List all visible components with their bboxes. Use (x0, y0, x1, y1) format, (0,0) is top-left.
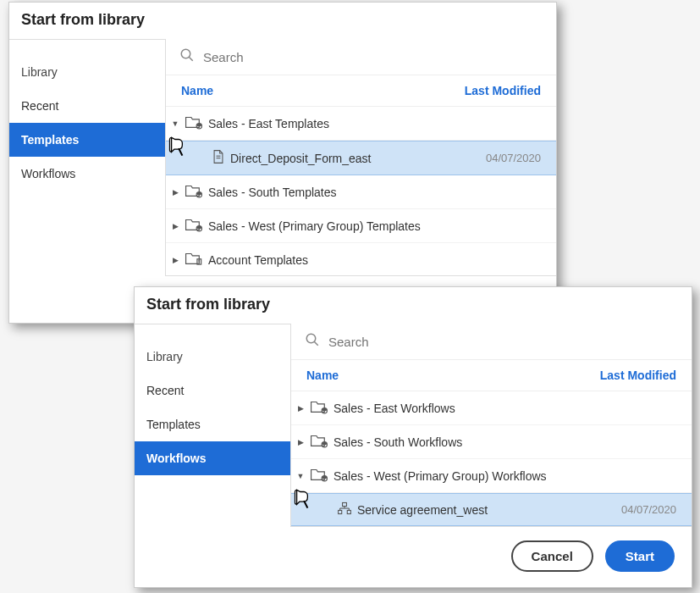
document-icon (212, 149, 225, 167)
folder-row[interactable]: ▶ Sales - West (Primary Group) Templates (166, 209, 556, 243)
folder-group-icon (310, 467, 328, 485)
caret-right-icon[interactable]: ▶ (296, 438, 305, 446)
dialog-title: Start from library (9, 3, 556, 39)
row-label: Account Templates (208, 253, 541, 267)
row-label: Sales - East Templates (208, 117, 541, 130)
caret-right-icon[interactable]: ▶ (171, 188, 179, 197)
row-date: 04/07/2020 (486, 152, 541, 164)
svg-point-19 (322, 409, 324, 411)
folder-group-icon (310, 399, 328, 417)
tree: ▼ Sales - East Templates Direct_Deposit_… (166, 107, 556, 276)
workflow-icon (337, 502, 352, 518)
col-name[interactable]: Name (306, 369, 339, 382)
caret-right-icon[interactable]: ▶ (171, 256, 179, 264)
svg-point-11 (197, 227, 199, 229)
svg-rect-27 (343, 502, 347, 506)
dialog-body: Library Recent Templates Workflows Name … (9, 39, 556, 276)
sidebar-item-templates[interactable]: Templates (135, 407, 290, 441)
sidebar: Library Recent Templates Workflows (135, 324, 291, 527)
svg-point-9 (199, 193, 201, 195)
row-label: Sales - West (Primary Group) Workflows (333, 469, 676, 483)
row-label: Direct_Deposit_Form_east (230, 152, 481, 165)
start-button[interactable]: Start (605, 540, 675, 572)
svg-point-4 (199, 125, 201, 126)
sidebar-heading: Library (9, 60, 165, 89)
caret-right-icon[interactable]: ▶ (296, 404, 305, 413)
library-dialog-templates: Start from library Library Recent Templa… (8, 2, 557, 324)
row-label: Sales - South Templates (208, 186, 541, 199)
folder-group-icon (185, 217, 203, 235)
tree: ▶ Sales - East Workflows ▶ Sales - South… (291, 391, 692, 527)
caret-down-icon[interactable]: ▼ (296, 472, 305, 480)
file-row[interactable]: Direct_Deposit_Form_east 04/07/2020 (166, 141, 556, 175)
sidebar-item-workflows[interactable]: Workflows (9, 157, 165, 191)
workflow-row[interactable]: Service agreement_west 04/07/2020 (291, 493, 692, 526)
search-icon (179, 47, 195, 66)
dialog-title: Start from library (135, 287, 692, 324)
col-modified[interactable]: Last Modified (465, 84, 541, 97)
sidebar: Library Recent Templates Workflows (9, 39, 166, 276)
row-label: Service agreement_west (357, 503, 616, 517)
svg-point-16 (306, 334, 316, 343)
column-headers: Name Last Modified (291, 360, 692, 391)
main-panel: Name Last Modified ▶ Sales - East Workfl… (291, 324, 692, 527)
folder-account-icon (185, 251, 203, 269)
search-input[interactable] (328, 335, 678, 349)
cancel-button[interactable]: Cancel (511, 540, 593, 572)
svg-point-26 (324, 477, 326, 479)
svg-line-1 (189, 57, 193, 61)
svg-point-12 (199, 227, 201, 229)
main-panel: Name Last Modified ▼ Sales - East Templa… (166, 39, 556, 276)
svg-point-0 (181, 49, 190, 58)
folder-row[interactable]: ▶ Sales - South Templates (166, 175, 556, 209)
sidebar-item-recent[interactable]: Recent (9, 89, 165, 123)
svg-line-17 (314, 341, 318, 346)
row-label: Sales - South Workflows (333, 435, 676, 449)
caret-down-icon[interactable]: ▼ (171, 119, 179, 128)
search-row (166, 39, 556, 75)
svg-point-20 (324, 409, 326, 411)
dialog-buttons: Cancel Start (135, 527, 692, 587)
folder-row[interactable]: ▶ Account Templates (166, 243, 556, 276)
sidebar-heading: Library (135, 345, 290, 374)
folder-row[interactable]: ▼ Sales - East Templates (166, 107, 556, 141)
search-row (291, 324, 692, 360)
svg-point-3 (197, 125, 199, 126)
svg-rect-28 (339, 510, 342, 513)
caret-right-icon[interactable]: ▶ (171, 222, 179, 230)
row-label: Sales - East Workflows (333, 402, 676, 415)
library-dialog-workflows: Start from library Library Recent Templa… (134, 286, 692, 588)
col-modified[interactable]: Last Modified (600, 369, 676, 382)
col-name[interactable]: Name (181, 84, 213, 97)
svg-point-8 (197, 193, 199, 195)
svg-rect-29 (347, 510, 350, 513)
svg-point-25 (322, 477, 324, 479)
sidebar-item-recent[interactable]: Recent (135, 374, 290, 407)
folder-row[interactable]: ▶ Sales - South Workflows (291, 425, 692, 459)
folder-row[interactable]: ▶ Sales - East Workflows (291, 391, 692, 425)
folder-group-icon (310, 433, 328, 451)
search-input[interactable] (203, 50, 543, 64)
folder-group-icon (185, 114, 203, 132)
folder-row[interactable]: ▼ Sales - West (Primary Group) Workflows (291, 459, 692, 493)
row-label: Sales - West (Primary Group) Templates (208, 219, 541, 233)
column-headers: Name Last Modified (166, 75, 556, 107)
sidebar-item-templates[interactable]: Templates (9, 123, 165, 157)
dialog-body: Library Recent Templates Workflows Name … (135, 324, 692, 527)
search-icon (305, 332, 320, 351)
row-date: 04/07/2020 (621, 503, 676, 516)
svg-point-23 (324, 443, 326, 445)
sidebar-item-workflows[interactable]: Workflows (135, 441, 290, 475)
svg-point-22 (322, 443, 324, 445)
folder-group-icon (185, 183, 203, 201)
